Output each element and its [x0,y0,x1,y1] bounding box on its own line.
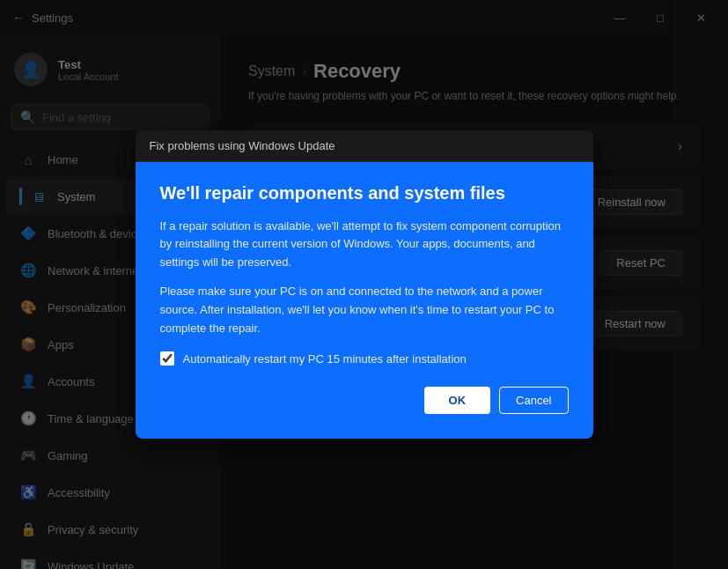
auto-restart-label: Automatically restart my PC 15 minutes a… [183,352,467,366]
ok-button[interactable]: OK [424,387,491,414]
dialog: Fix problems using Windows Update We'll … [136,130,593,440]
dialog-footer: OK Cancel [160,387,569,414]
dialog-checkbox-row: Automatically restart my PC 15 minutes a… [160,351,569,366]
dialog-heading: We'll repair components and system files [160,183,569,203]
dialog-text2: Please make sure your PC is on and conne… [160,283,569,337]
overlay: Fix problems using Windows Update We'll … [0,0,728,569]
dialog-text1: If a repair solution is available, we'll… [160,218,569,272]
dialog-body: We'll repair components and system files… [136,162,593,440]
cancel-button[interactable]: Cancel [499,387,568,414]
auto-restart-checkbox[interactable] [160,351,174,366]
dialog-titlebar: Fix problems using Windows Update [136,130,593,162]
